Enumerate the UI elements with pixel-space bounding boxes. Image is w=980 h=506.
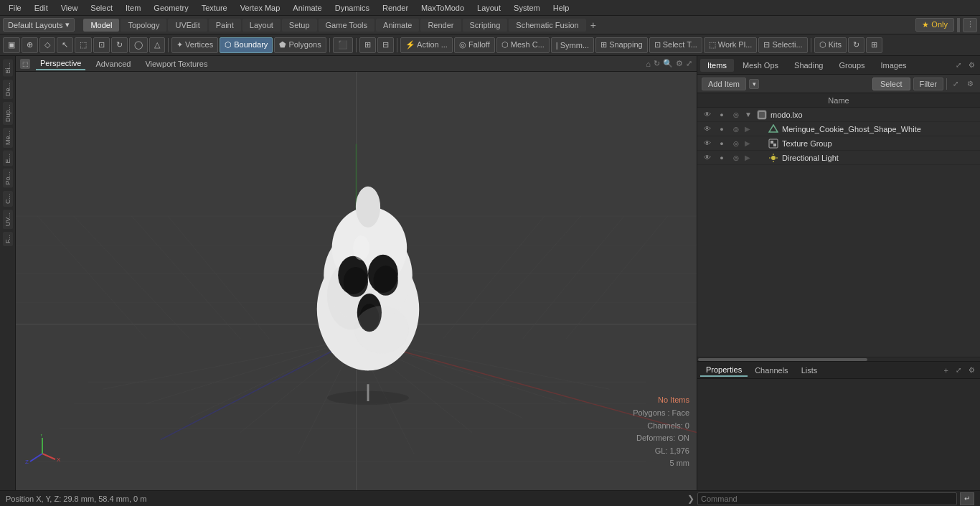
- list-item-directional-light[interactable]: 👁 ● ◎ ▶ Directional Light: [697, 151, 980, 165]
- menu-geometry[interactable]: Geometry: [148, 2, 194, 14]
- tool-select-btn[interactable]: ▣: [3, 37, 20, 53]
- falloff-btn[interactable]: ◎ Falloff: [454, 37, 495, 53]
- command-input[interactable]: [697, 492, 957, 505]
- menu-dynamics[interactable]: Dynamics: [329, 2, 375, 14]
- viewport-settings-icon[interactable]: ⚙: [676, 59, 683, 68]
- action-btn[interactable]: ⚡ Action ...: [400, 37, 453, 53]
- tab-topology[interactable]: Topology: [121, 19, 166, 32]
- tab-shading[interactable]: Shading: [787, 59, 830, 72]
- menu-vertex-map[interactable]: Vertex Map: [235, 2, 286, 14]
- vertices-btn[interactable]: ✦ Vertices: [171, 37, 218, 53]
- list-item-meringue[interactable]: 👁 ● ◎ ▶ Meringue_Cookie_Ghost_Shape_Whit…: [697, 122, 980, 136]
- tab-render[interactable]: Render: [420, 19, 461, 32]
- sidebar-item-e[interactable]: E...: [3, 151, 13, 167]
- menu-help[interactable]: Help: [547, 2, 575, 14]
- tab-scripting[interactable]: Scripting: [463, 19, 508, 32]
- select-btn[interactable]: Select: [872, 78, 910, 90]
- tab-schematic-fusion[interactable]: Schematic Fusion: [509, 19, 585, 32]
- vis3-icon-meringue[interactable]: ◎: [730, 123, 742, 135]
- vis-icon-meringue[interactable]: 👁: [702, 123, 713, 135]
- menu-render[interactable]: Render: [377, 2, 414, 14]
- tool-scale-btn[interactable]: ⊡: [93, 37, 110, 53]
- list-item-texture-group[interactable]: 👁 ● ◎ ▶ Texture Group: [697, 136, 980, 151]
- settings-button[interactable]: ⋮: [963, 18, 977, 32]
- tool-crosshair-btn[interactable]: ⊕: [22, 37, 38, 53]
- prop-tab-channels[interactable]: Channels: [749, 365, 793, 376]
- sidebar-item-bi[interactable]: Bi...: [3, 60, 13, 77]
- mat-btn[interactable]: ⬛: [333, 37, 353, 53]
- menu-texture[interactable]: Texture: [196, 2, 233, 14]
- menu-item[interactable]: Item: [120, 2, 146, 14]
- sidebar-item-uv[interactable]: UV...: [3, 210, 13, 229]
- viewport-tab-advanced[interactable]: Advanced: [91, 58, 135, 70]
- viewport-canvas[interactable]: X Z Y No Items Polygons : Face Channels:…: [16, 72, 697, 490]
- menu-layout[interactable]: Layout: [471, 2, 507, 14]
- mesh-btn[interactable]: ⬡ Mesh C...: [496, 37, 550, 53]
- menu-file[interactable]: File: [3, 2, 27, 14]
- sidebar-item-de[interactable]: De...: [3, 80, 13, 99]
- items-list[interactable]: 👁 ● ◎ ▼ modo.lxo 👁 ● ◎ ▶ Meringue_Cook: [697, 108, 980, 357]
- vis2-icon-texture[interactable]: ●: [716, 138, 727, 149]
- vis3-icon-texture[interactable]: ◎: [730, 138, 742, 149]
- viewport-zoom-icon[interactable]: 🔍: [663, 59, 673, 68]
- expand-texture[interactable]: ▶: [745, 139, 753, 147]
- tab-game-tools[interactable]: Game Tools: [319, 19, 375, 32]
- selecti-btn[interactable]: ⊟ Selecti...: [758, 37, 807, 53]
- star-only-button[interactable]: ★ Only: [915, 18, 954, 32]
- panel-expand-icon[interactable]: ⤢: [953, 60, 964, 71]
- tab-animate[interactable]: Animate: [376, 19, 419, 32]
- vis2-icon-meringue[interactable]: ●: [716, 123, 727, 135]
- menu-select[interactable]: Select: [85, 2, 118, 14]
- items-header-expand-icon[interactable]: ⤢: [950, 78, 961, 90]
- sidebar-item-f[interactable]: F...: [3, 232, 13, 246]
- tool-lasso-btn[interactable]: ◇: [39, 37, 55, 53]
- prop-tab-lists[interactable]: Lists: [796, 365, 824, 376]
- tab-images[interactable]: Images: [874, 59, 914, 72]
- expand-meringue[interactable]: ▶: [745, 125, 753, 133]
- kits-btn[interactable]: ⬡ Kits: [814, 37, 847, 53]
- viewport[interactable]: ⬚ Perspective Advanced Viewport Textures…: [16, 56, 697, 490]
- tool-arrow-btn[interactable]: ↖: [57, 37, 73, 53]
- menu-system[interactable]: System: [508, 2, 546, 14]
- add-item-dropdown[interactable]: ▾: [749, 79, 759, 89]
- tab-paint[interactable]: Paint: [209, 19, 241, 32]
- sidebar-item-c[interactable]: C...: [3, 191, 13, 207]
- vis-icon-light[interactable]: 👁: [702, 152, 713, 164]
- sidebar-item-me[interactable]: Me...: [3, 128, 13, 148]
- vis-icon-texture[interactable]: 👁: [702, 138, 713, 149]
- layout-dropdown[interactable]: Default Layouts ▾: [3, 18, 75, 32]
- viewport-expand2-icon[interactable]: ⤢: [686, 59, 692, 68]
- sidebar-item-po[interactable]: Po...: [3, 169, 13, 188]
- vis3-icon-light[interactable]: ◎: [730, 152, 742, 164]
- tab-mesh-ops[interactable]: Mesh Ops: [735, 59, 786, 72]
- viewport-home-icon[interactable]: ⌂: [646, 60, 651, 68]
- vis2-icon-light[interactable]: ●: [716, 152, 727, 164]
- view-btn2[interactable]: ⊟: [377, 37, 394, 53]
- list-item-modo-lxo[interactable]: 👁 ● ◎ ▼ modo.lxo: [697, 108, 980, 122]
- vis2-icon-modo[interactable]: ●: [716, 109, 727, 121]
- tab-setup[interactable]: Setup: [282, 19, 317, 32]
- panel-settings-icon[interactable]: ⚙: [966, 60, 977, 71]
- expand-light[interactable]: ▶: [745, 154, 753, 161]
- viewport-expand-icon[interactable]: ⬚: [20, 59, 30, 69]
- menu-edit[interactable]: Edit: [29, 2, 54, 14]
- items-header-settings-icon[interactable]: ⚙: [964, 78, 976, 90]
- tab-items[interactable]: Items: [700, 59, 734, 72]
- polygons-btn[interactable]: ⬟ Polygons: [274, 37, 326, 53]
- boundary-btn[interactable]: ⬡ Boundary: [220, 37, 273, 53]
- filter-btn[interactable]: Filter: [913, 78, 943, 90]
- viewport-rotate-icon[interactable]: ↻: [654, 59, 660, 68]
- snapping-btn[interactable]: ⊞ Snapping: [595, 37, 648, 53]
- props-add-btn[interactable]: +: [941, 366, 951, 375]
- tab-uvedit[interactable]: UVEdit: [168, 19, 207, 32]
- viewport-tab-perspective[interactable]: Perspective: [36, 57, 85, 70]
- menu-maxtomodo[interactable]: MaxToModo: [415, 2, 470, 14]
- tool-circle-btn[interactable]: ◯: [129, 37, 148, 53]
- menu-view[interactable]: View: [55, 2, 84, 14]
- expand-modo[interactable]: ▼: [745, 111, 753, 118]
- tab-layout[interactable]: Layout: [242, 19, 281, 32]
- add-tab-button[interactable]: +: [588, 19, 599, 31]
- prop-tab-properties[interactable]: Properties: [700, 364, 748, 377]
- props-settings-icon[interactable]: ⚙: [966, 365, 977, 376]
- vis3-icon-modo[interactable]: ◎: [730, 109, 742, 121]
